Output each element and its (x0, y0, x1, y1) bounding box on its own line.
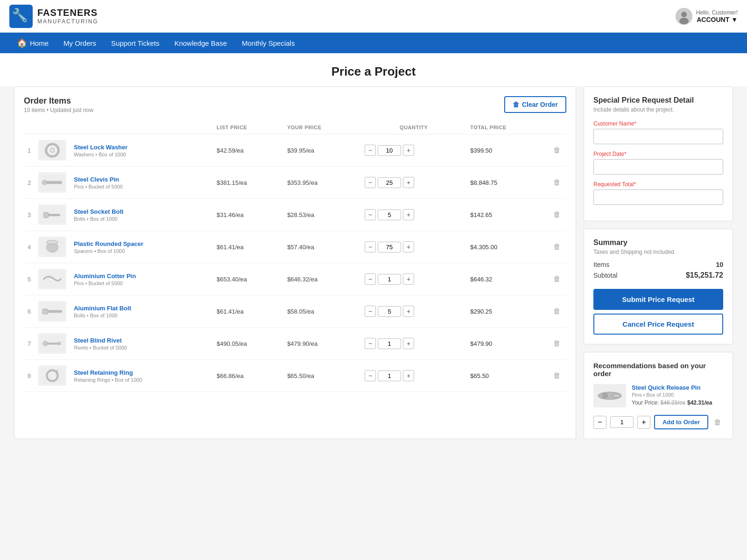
nav-support-tickets[interactable]: Support Tickets (104, 33, 167, 53)
special-price-card: Special Price Request Detail Include det… (584, 86, 733, 221)
recommendation-item-0: Steel Quick Release Pin Pins • Box of 10… (593, 384, 723, 429)
header: 🔧 FASTENERS MANUFACTURING Hello, Custome… (0, 0, 747, 33)
table-row: 8 Steel Retaining Ring Retaining Rings •… (24, 360, 566, 392)
summary-subtotal-row: Subtotal $15,251.72 (593, 271, 723, 280)
qty-input-2[interactable] (378, 210, 401, 220)
product-image-2 (38, 204, 66, 225)
rec-delete-button[interactable]: 🗑 (712, 416, 723, 428)
quantity-cell-6: − + (361, 328, 466, 360)
qty-increase-6[interactable]: + (403, 338, 414, 349)
project-date-group: Project Date* (593, 151, 723, 175)
qty-increase-5[interactable]: + (403, 306, 414, 317)
qty-decrease-5[interactable]: − (365, 306, 376, 317)
required-star-3: * (634, 181, 636, 188)
special-price-title: Special Price Request Detail (593, 96, 723, 105)
product-category-1: Pins • Bucket of 5000 (74, 184, 209, 189)
nav-monthly-specials[interactable]: Monthly Specials (234, 33, 302, 53)
qty-input-7[interactable] (378, 371, 401, 381)
product-name-3[interactable]: Plastic Rounded Spacer (74, 240, 209, 247)
delete-cell-6: 🗑 (548, 328, 566, 360)
trash-icon: 🗑 (513, 101, 519, 108)
product-info-cell: Aluminium Cotter Pin Pins • Bucket of 50… (70, 263, 213, 295)
delete-button-2[interactable]: 🗑 (551, 209, 563, 221)
qty-increase-7[interactable]: + (403, 370, 414, 381)
qty-input-4[interactable] (378, 274, 401, 285)
qty-input-6[interactable] (378, 338, 401, 349)
delete-cell-1: 🗑 (548, 167, 566, 199)
total-price-3: $4,305.00 (466, 231, 548, 263)
delete-cell-2: 🗑 (548, 199, 566, 231)
delete-button-5[interactable]: 🗑 (551, 305, 563, 317)
qty-input-3[interactable] (378, 242, 401, 252)
product-name-4[interactable]: Aluminium Cotter Pin (74, 273, 209, 280)
rec-qty-decrease[interactable]: − (593, 416, 606, 429)
rec-qty-input[interactable] (610, 416, 634, 428)
qty-decrease-7[interactable]: − (365, 370, 376, 381)
product-name-1[interactable]: Steel Clevis Pin (74, 176, 209, 183)
rec-controls: − + Add to Order 🗑 (593, 415, 723, 429)
project-date-input[interactable] (593, 159, 723, 175)
total-price-6: $479.90 (466, 328, 548, 360)
qty-decrease-3[interactable]: − (365, 241, 376, 252)
qty-decrease-2[interactable]: − (365, 209, 376, 220)
qty-increase-2[interactable]: + (403, 209, 414, 220)
product-image-0 (38, 140, 66, 161)
nav-knowledge-base[interactable]: Knowledge Base (167, 33, 234, 53)
product-name-6[interactable]: Steel Blind Rivet (74, 337, 209, 344)
qty-increase-0[interactable]: + (403, 145, 414, 156)
order-panel: Order Items 10 items • Updated just now … (14, 86, 576, 439)
qty-input-1[interactable] (378, 177, 401, 188)
product-image-cell (35, 328, 70, 360)
qty-control-2: − + (365, 209, 463, 220)
order-title: Order Items (24, 96, 93, 106)
row-number: 5 (24, 263, 35, 295)
qty-decrease-4[interactable]: − (365, 273, 376, 285)
product-image-cell (35, 199, 70, 231)
account-button[interactable]: ACCOUNT ▼ (696, 16, 738, 23)
product-name-0[interactable]: Steel Lock Washer (74, 144, 209, 151)
qty-input-0[interactable] (378, 145, 401, 156)
navigation: 🏠 Home My Orders Support Tickets Knowled… (0, 33, 747, 53)
quantity-cell-4: − + (361, 263, 466, 295)
qty-decrease-0[interactable]: − (365, 145, 376, 156)
your-price-1: $353.95/ea (283, 167, 361, 199)
clear-order-button[interactable]: 🗑 Clear Order (504, 96, 566, 113)
summary-subtotal-label: Subtotal (593, 272, 617, 279)
rec-qty-increase[interactable]: + (637, 416, 650, 429)
nav-my-orders[interactable]: My Orders (56, 33, 104, 53)
delete-button-1[interactable]: 🗑 (551, 176, 563, 189)
row-number: 6 (24, 295, 35, 328)
delete-button-4[interactable]: 🗑 (551, 273, 563, 285)
requested-total-input[interactable] (593, 189, 723, 205)
submit-price-request-button[interactable]: Submit Price Request (593, 289, 723, 310)
summary-subtotal-value: $15,251.72 (686, 271, 723, 280)
qty-decrease-1[interactable]: − (365, 177, 376, 188)
delete-button-0[interactable]: 🗑 (551, 144, 563, 156)
add-to-order-button[interactable]: Add to Order (654, 415, 708, 429)
svg-point-24 (58, 342, 61, 345)
product-name-7[interactable]: Steel Retaining Ring (74, 369, 209, 376)
list-price-0: $42.59/ea (213, 134, 283, 167)
customer-name-input[interactable] (593, 129, 723, 144)
cancel-price-request-button[interactable]: Cancel Price Request (593, 314, 723, 335)
qty-input-5[interactable] (378, 306, 401, 317)
qty-increase-4[interactable]: + (403, 273, 414, 285)
delete-button-7[interactable]: 🗑 (551, 370, 563, 382)
delete-cell-4: 🗑 (548, 263, 566, 295)
your-price-0: $39.95/ea (283, 134, 361, 167)
nav-home[interactable]: 🏠 Home (9, 33, 56, 53)
qty-increase-3[interactable]: + (403, 241, 414, 252)
account-text: Hello, Customer! ACCOUNT ▼ (696, 9, 738, 23)
qty-decrease-6[interactable]: − (365, 338, 376, 349)
delete-button-3[interactable]: 🗑 (551, 241, 563, 253)
delete-button-6[interactable]: 🗑 (551, 337, 563, 350)
order-table: LIST PRICE YOUR PRICE QUANTITY TOTAL PRI… (24, 121, 566, 392)
svg-rect-20 (42, 309, 48, 314)
product-name-2[interactable]: Steel Socket Bolt (74, 208, 209, 215)
rec-product-category: Pins • Box of 1000 (632, 392, 723, 398)
rec-product-name[interactable]: Steel Quick Release Pin (632, 384, 723, 391)
product-name-5[interactable]: Aluminium Flat Bolt (74, 305, 209, 312)
qty-increase-1[interactable]: + (403, 177, 414, 188)
account-avatar-icon (676, 8, 692, 25)
requested-total-label: Requested Total* (593, 181, 723, 188)
